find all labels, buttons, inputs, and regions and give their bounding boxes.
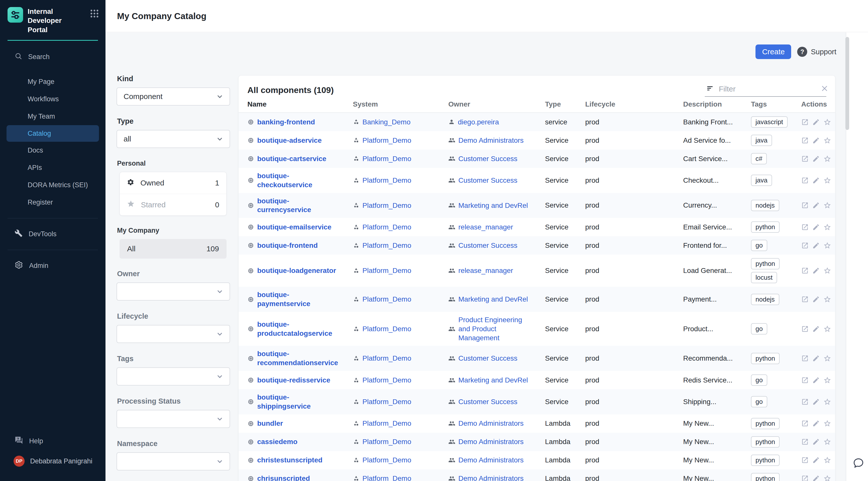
owner-link[interactable]: Marketing and DevRel [458, 295, 528, 304]
component-link[interactable]: cassiedemo [257, 437, 298, 446]
owned-filter[interactable]: Owned 1 [120, 172, 226, 194]
edit-icon[interactable] [812, 155, 820, 162]
open-in-new-icon[interactable] [801, 242, 809, 249]
component-link[interactable]: boutique-checkoutservice [257, 171, 340, 189]
star-icon[interactable] [823, 354, 831, 362]
system-link[interactable]: Platform_Demo [363, 325, 411, 333]
open-in-new-icon[interactable] [801, 355, 809, 362]
edit-icon[interactable] [812, 202, 820, 209]
system-link[interactable]: Platform_Demo [363, 136, 411, 145]
sidebar-item-workflows[interactable]: Workflows [0, 90, 105, 108]
column-header-name[interactable]: Name [247, 100, 353, 108]
open-in-new-icon[interactable] [801, 438, 809, 446]
create-button[interactable]: Create [755, 44, 791, 59]
owner-link[interactable]: Demo Administrators [458, 437, 524, 446]
edit-icon[interactable] [812, 438, 820, 446]
owner-link[interactable]: Product Engineering and Product Manageme… [458, 315, 530, 342]
sidebar-item-devtools[interactable]: DevTools [0, 226, 105, 243]
table-filter-input[interactable] [718, 85, 816, 93]
open-in-new-icon[interactable] [801, 456, 809, 464]
component-link[interactable]: boutique-adservice [257, 136, 322, 145]
edit-icon[interactable] [812, 325, 820, 333]
sidebar-item-admin[interactable]: Admin [0, 257, 105, 274]
component-link[interactable]: boutique-loadgenerator [257, 266, 336, 275]
sidebar-item-register[interactable]: Register [0, 194, 105, 211]
owner-link[interactable]: Customer Success [458, 154, 517, 163]
edit-icon[interactable] [812, 377, 820, 384]
component-link[interactable]: bundler [257, 419, 283, 428]
component-link[interactable]: boutique-frontend [257, 241, 318, 250]
processing-status-select[interactable] [117, 410, 230, 428]
system-link[interactable]: Platform_Demo [363, 354, 411, 363]
star-icon[interactable] [823, 267, 831, 275]
column-header-tags[interactable]: Tags [751, 100, 801, 108]
system-link[interactable]: Platform_Demo [363, 176, 411, 185]
owner-link[interactable]: Customer Success [458, 397, 517, 407]
sidebar-item-dora-metrics-sei-[interactable]: DORA Metrics (SEI) [0, 176, 105, 194]
column-header-description[interactable]: Description [683, 100, 751, 108]
column-header-system[interactable]: System [353, 100, 448, 108]
owner-link[interactable]: Customer Success [458, 241, 517, 250]
star-icon[interactable] [823, 223, 831, 231]
edit-icon[interactable] [812, 420, 820, 427]
component-link[interactable]: chrisunscripted [257, 474, 310, 481]
column-header-type[interactable]: Type [545, 100, 585, 108]
system-link[interactable]: Platform_Demo [363, 295, 411, 304]
star-icon[interactable] [823, 419, 831, 427]
open-in-new-icon[interactable] [801, 325, 809, 333]
star-icon[interactable] [823, 376, 831, 384]
component-link[interactable]: boutique-currencyservice [257, 197, 340, 215]
component-link[interactable]: boutique-productcatalogservice [257, 320, 340, 338]
star-icon[interactable] [823, 155, 831, 163]
column-header-actions[interactable]: Actions [801, 100, 831, 108]
namespace-select[interactable] [117, 452, 230, 471]
star-icon[interactable] [823, 241, 831, 249]
starred-filter[interactable]: Starred 0 [120, 194, 226, 215]
type-select[interactable]: all [117, 130, 230, 148]
owner-link[interactable]: Marketing and DevRel [458, 376, 528, 385]
owner-link[interactable]: diego.pereira [458, 118, 499, 127]
owner-link[interactable]: Demo Administrators [458, 456, 524, 465]
kind-select[interactable]: Component [117, 87, 230, 106]
edit-icon[interactable] [812, 456, 820, 464]
open-in-new-icon[interactable] [801, 177, 809, 184]
system-link[interactable]: Platform_Demo [363, 456, 411, 465]
system-link[interactable]: Platform_Demo [363, 397, 411, 407]
owner-link[interactable]: release_manager [458, 266, 513, 275]
component-link[interactable]: boutique-cartservice [257, 154, 326, 163]
system-link[interactable]: Platform_Demo [363, 201, 411, 210]
system-link[interactable]: Platform_Demo [363, 154, 411, 163]
star-icon[interactable] [823, 475, 831, 481]
owner-link[interactable]: Demo Administrators [458, 136, 524, 145]
open-in-new-icon[interactable] [801, 377, 809, 384]
edit-icon[interactable] [812, 118, 820, 126]
open-in-new-icon[interactable] [801, 475, 809, 481]
close-icon[interactable] [820, 84, 829, 94]
open-in-new-icon[interactable] [801, 223, 809, 231]
system-link[interactable]: Banking_Demo [363, 118, 410, 127]
owner-link[interactable]: Demo Administrators [458, 419, 524, 428]
component-link[interactable]: boutique-emailservice [257, 223, 332, 232]
star-icon[interactable] [823, 325, 831, 333]
edit-icon[interactable] [812, 296, 820, 303]
owner-select[interactable] [117, 282, 230, 301]
open-in-new-icon[interactable] [801, 137, 809, 144]
open-in-new-icon[interactable] [801, 267, 809, 274]
edit-icon[interactable] [812, 223, 820, 231]
support-button[interactable]: ? Support [797, 47, 836, 57]
vertical-scrollbar[interactable] [845, 37, 849, 130]
star-icon[interactable] [823, 398, 831, 406]
system-link[interactable]: Platform_Demo [363, 419, 411, 428]
owner-link[interactable]: Demo Administrators [458, 474, 524, 481]
system-link[interactable]: Platform_Demo [363, 223, 411, 232]
lifecycle-select[interactable] [117, 325, 230, 343]
owner-link[interactable]: release_manager [458, 223, 513, 232]
sidebar-item-docs[interactable]: Docs [0, 142, 105, 159]
feedback-chat-icon[interactable] [853, 457, 864, 470]
system-link[interactable]: Platform_Demo [363, 376, 411, 385]
sidebar-item-my-page[interactable]: My Page [0, 73, 105, 90]
system-link[interactable]: Platform_Demo [363, 266, 411, 275]
edit-icon[interactable] [812, 475, 820, 481]
system-link[interactable]: Platform_Demo [363, 437, 411, 446]
component-link[interactable]: banking-frontend [257, 118, 315, 127]
